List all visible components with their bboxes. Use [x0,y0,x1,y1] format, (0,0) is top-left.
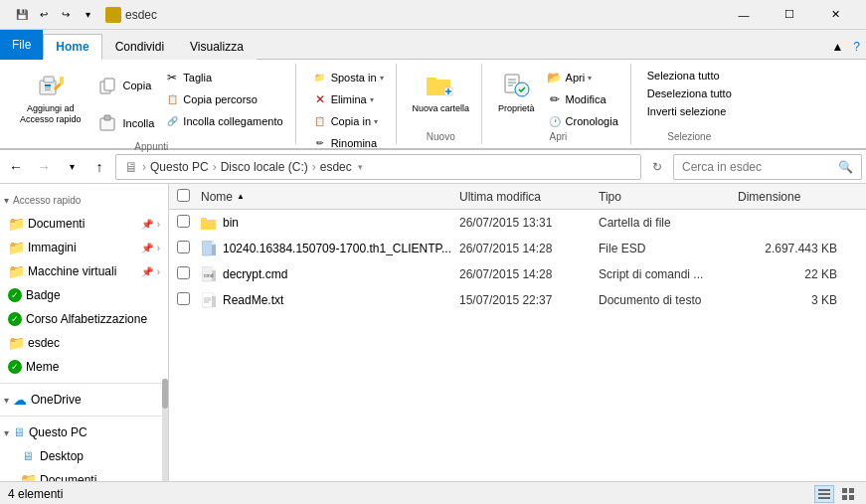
recent-locations-button[interactable]: ▾ [60,155,84,179]
minimize-button[interactable]: ― [721,0,767,30]
edit-button[interactable]: ✏ Modifica [543,89,622,109]
ribbon-group-select: Seleziona tutto Deseleziona tutto Invert… [635,64,744,144]
forward-button[interactable]: → [32,155,56,179]
row-checkbox-2[interactable] [177,266,190,279]
sidebar-item-esdec[interactable]: 📁 esdec [0,331,168,355]
sidebar-item-immagini[interactable]: 📁 Immagini 📌 › [0,236,168,259]
properties-button[interactable]: Proprietà [494,68,539,115]
breadcrumb-current[interactable]: esdec [320,160,352,174]
copy-path-icon: 📋 [164,91,180,107]
sidebar-item-documenti-pc[interactable]: 📁 Documenti [0,468,168,481]
type-column-header[interactable]: Tipo [599,190,621,204]
file-date-1: 26/07/2015 14:28 [459,242,599,255]
select-all-button[interactable]: Seleziona tutto [643,68,724,84]
open-button[interactable]: 📂 Apri ▾ [543,68,622,87]
header-check[interactable] [177,189,201,205]
copy-button[interactable]: Copia [89,68,157,103]
file-size-2: 22 KB [738,267,837,281]
sidebar-scrollbar-thumb[interactable] [162,379,168,409]
onedrive-icon: ☁ [13,392,27,408]
dropdown-qat-button[interactable]: ▾ [78,5,97,25]
row-check-1[interactable] [177,241,201,256]
navigation-bar: ← → ▾ ↑ 🖥 › Questo PC › Disco locale (C:… [0,150,866,184]
save-qat-button[interactable]: 💾 [12,5,32,25]
svg-rect-42 [849,495,854,500]
add-to-quick-access-button[interactable]: Aggiungi adAccesso rapido [16,68,86,127]
close-button[interactable]: ✕ [812,0,858,30]
sidebar-item-desktop-label: Desktop [40,449,160,463]
row-check-2[interactable] [177,266,201,282]
sidebar-item-badge[interactable]: ✓ Badge [0,283,168,307]
ribbon-collapse[interactable]: ▲ [827,34,847,60]
file-type-icon-0 [201,215,217,231]
table-row[interactable]: bin 26/07/2015 13:31 Cartella di file [169,210,866,236]
this-pc-label: Questo PC [29,425,87,439]
window-icon [105,7,121,23]
history-label: Cronologia [566,115,618,127]
sidebar-section-this-pc[interactable]: ▾ 🖥 Questo PC [0,420,168,444]
tab-home[interactable]: Home [43,34,101,60]
this-pc-expand-arrow: ▾ [4,427,9,438]
search-input[interactable] [682,160,834,174]
history-button[interactable]: 🕐 Cronologia [543,111,622,131]
svg-marker-25 [212,241,216,245]
sidebar-item-meme[interactable]: ✓ Meme [0,355,168,379]
tab-view[interactable]: Visualizza [177,34,257,60]
up-button[interactable]: ↑ [87,155,111,179]
breadcrumb-disk[interactable]: Disco locale (C:) [221,160,308,174]
row-checkbox-0[interactable] [177,215,190,228]
sidebar-section-quick-access[interactable]: ▾ Accesso rapido [0,188,168,212]
rename-button[interactable]: ✏ Rinomina [308,133,381,153]
breadcrumb-this-pc[interactable]: Questo PC [150,160,209,174]
svg-rect-4 [45,89,51,90]
svg-rect-36 [818,489,830,491]
size-column-header[interactable]: Dimensione [738,190,800,204]
header-size[interactable]: Dimensione [738,190,837,204]
row-check-0[interactable] [177,215,201,231]
file-name-1: 10240.16384.150709-1700.th1_CLIENTP... [223,242,459,255]
sidebar-expand-arrow: › [157,219,160,230]
back-button[interactable]: ← [4,155,28,179]
refresh-button[interactable]: ↻ [645,155,669,179]
tab-share[interactable]: Condividi [102,34,177,60]
header-name[interactable]: Nome ▲ [201,190,459,204]
table-row[interactable]: 10240.16384.150709-1700.th1_CLIENTP... 2… [169,236,866,261]
sidebar-item-documenti[interactable]: 📁 Documenti 📌 › [0,212,168,236]
cut-button[interactable]: ✂ Taglia [160,68,286,87]
svg-rect-2 [45,84,51,86]
sidebar-item-desktop[interactable]: 🖥 Desktop [0,444,168,468]
maximize-button[interactable]: ☐ [767,0,812,30]
table-row[interactable]: ReadMe.txt 15/07/2015 22:37 Documento di… [169,287,866,313]
redo-qat-button[interactable]: ↪ [56,5,76,25]
breadcrumb-dropdown-arrow[interactable]: ▾ [358,162,363,172]
row-check-3[interactable] [177,292,201,308]
help-button[interactable]: ? [847,34,866,60]
header-modified[interactable]: Ultima modifica [459,190,599,204]
select-all-checkbox[interactable] [177,189,190,202]
name-column-header[interactable]: Nome [201,190,233,204]
modified-column-header[interactable]: Ultima modifica [459,190,541,204]
file-filetype-2: Script di comandi ... [599,267,738,281]
sidebar-section-onedrive[interactable]: ▾ ☁ OneDrive [0,388,168,412]
large-icons-view-button[interactable] [838,485,858,503]
delete-button[interactable]: ✕ Elimina ▾ [308,89,378,109]
tab-file[interactable]: File [0,30,43,60]
header-type[interactable]: Tipo [599,190,738,204]
deselect-all-button[interactable]: Deseleziona tutto [643,85,736,101]
invert-selection-button[interactable]: Inverti selezione [643,103,731,119]
table-row[interactable]: cmd decrypt.cmd 26/07/2015 14:28 Script … [169,261,866,287]
row-checkbox-3[interactable] [177,292,190,305]
paste-shortcut-button[interactable]: 🔗 Incolla collegamento [160,111,286,131]
copy-to-button[interactable]: 📋 Copia in ▾ [308,111,382,131]
copy-path-button[interactable]: 📋 Copia percorso [160,89,286,109]
new-folder-button[interactable]: Nuova cartella [409,68,474,116]
row-checkbox-1[interactable] [177,241,190,253]
deselect-all-label: Deseleziona tutto [647,87,732,99]
paste-button[interactable]: Incolla [89,105,157,141]
undo-qat-button[interactable]: ↩ [34,5,54,25]
select-group-label: Selezione [667,131,711,144]
sidebar-item-macchine[interactable]: 📁 Macchine virtuali 📌 › [0,259,168,283]
details-view-button[interactable] [814,485,834,503]
move-to-button[interactable]: 📁 Sposta in ▾ [308,68,388,87]
sidebar-item-corso[interactable]: ✓ Corso Alfabetizzazione [0,307,168,331]
